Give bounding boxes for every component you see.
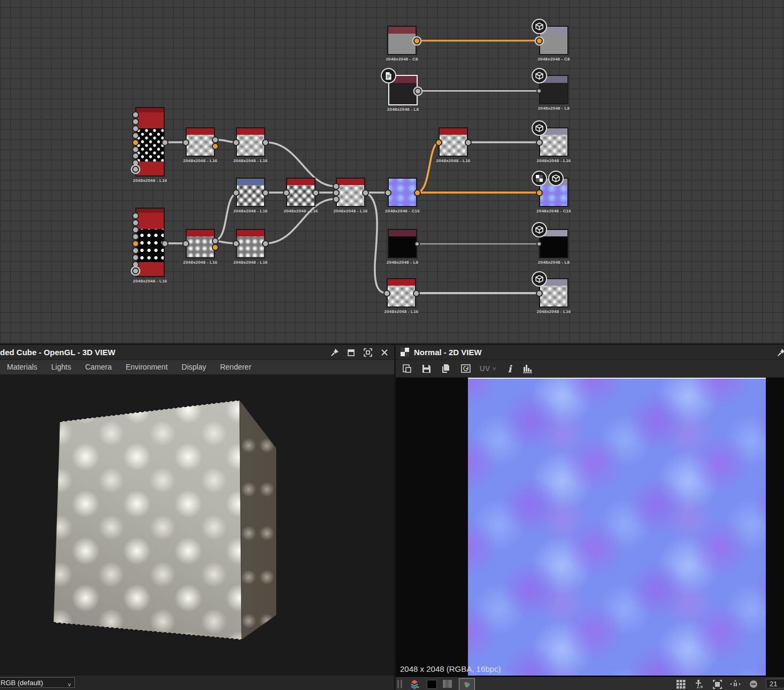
node-port[interactable] — [414, 88, 421, 95]
zoom-out-icon[interactable] — [747, 678, 760, 690]
graph-node-out-l8[interactable] — [539, 75, 568, 104]
node-port[interactable] — [132, 261, 139, 268]
node-port[interactable] — [132, 247, 139, 254]
node-port[interactable] — [212, 136, 219, 143]
menu-item-renderer[interactable]: Renderer — [213, 360, 258, 371]
node-port[interactable] — [362, 189, 369, 196]
node-port[interactable] — [132, 118, 139, 125]
node-port[interactable] — [182, 139, 189, 146]
graph-node-grid2[interactable] — [236, 229, 265, 258]
histogram-icon[interactable] — [521, 362, 535, 375]
node-port[interactable] — [132, 166, 139, 173]
reload-image-icon[interactable] — [459, 362, 473, 375]
node-port[interactable] — [536, 37, 543, 44]
graph-node-out-c16[interactable] — [539, 178, 568, 207]
menu-item-lights[interactable]: Lights — [44, 360, 78, 371]
graph-node-out-l16b[interactable] — [539, 278, 568, 308]
node-port[interactable] — [333, 196, 340, 203]
fit-view-icon[interactable] — [710, 678, 724, 690]
node-port[interactable] — [435, 139, 442, 146]
menu-item-camera[interactable]: Camera — [78, 360, 119, 371]
rgb-filter-icon[interactable] — [459, 678, 475, 690]
layers-stack-icon[interactable] — [408, 678, 421, 690]
node-port[interactable] — [333, 183, 340, 190]
graph-node-out-l16a[interactable] — [539, 127, 568, 157]
menu-item-materials[interactable]: Materials — [0, 360, 44, 371]
node-port[interactable] — [212, 244, 219, 251]
node-port[interactable] — [233, 189, 240, 196]
node-port[interactable] — [132, 233, 139, 240]
node-port[interactable] — [132, 267, 139, 274]
node-port[interactable] — [414, 189, 421, 196]
node-port[interactable] — [233, 139, 240, 146]
node-port[interactable] — [132, 240, 139, 247]
panel-grip[interactable] — [397, 680, 399, 688]
2d-viewport[interactable]: 2048 x 2048 (RGBA, 16bpc) — [396, 378, 784, 677]
node-port[interactable] — [262, 240, 269, 247]
channels-columns-icon[interactable] — [443, 680, 452, 688]
copy-icon[interactable] — [439, 362, 452, 375]
node-port[interactable] — [262, 139, 269, 146]
close-icon[interactable] — [379, 347, 390, 358]
node-port[interactable] — [162, 240, 168, 247]
graph-node-normal[interactable] — [388, 178, 417, 207]
node-graph-canvas[interactable]: 2048x2048 - C82048x2048 - C82048x2048 - … — [0, 0, 784, 343]
node-port[interactable] — [283, 189, 290, 196]
node-port[interactable] — [413, 290, 420, 297]
graph-node-tall1[interactable] — [135, 107, 165, 177]
2d-view-titlebar[interactable]: Normal - 2D VIEW — [396, 345, 784, 360]
node-port[interactable] — [333, 189, 340, 196]
pin-icon[interactable] — [329, 347, 341, 358]
node-port[interactable] — [383, 290, 390, 297]
node-port[interactable] — [536, 189, 543, 196]
horizontal-splitter[interactable] — [0, 343, 784, 345]
node-port[interactable] — [312, 189, 319, 196]
node-port[interactable] — [132, 219, 139, 226]
info-icon[interactable]: i — [503, 362, 517, 375]
node-port[interactable] — [132, 226, 139, 233]
graph-node-src-l8[interactable] — [388, 75, 418, 105]
panel-grip[interactable] — [401, 680, 402, 688]
3d-view-titlebar[interactable]: ded Cube - OpenGL - 3D VIEW — [0, 345, 394, 360]
node-port[interactable] — [132, 139, 139, 146]
new-view-icon[interactable] — [400, 362, 414, 375]
mannequin-icon[interactable] — [692, 678, 706, 690]
uv-dropdown[interactable]: UV ˅ — [477, 362, 498, 375]
graph-node-hex1[interactable] — [186, 127, 215, 157]
graph-node-src-c8[interactable] — [387, 26, 417, 55]
node-port[interactable] — [413, 37, 420, 44]
graph-node-dia1[interactable] — [236, 178, 265, 207]
graph-node-grid1[interactable] — [186, 229, 215, 258]
node-port[interactable] — [132, 159, 139, 166]
node-port[interactable] — [132, 212, 139, 219]
node-port[interactable] — [536, 241, 542, 247]
node-port[interactable] — [132, 125, 139, 132]
graph-node-hex-b[interactable] — [387, 278, 416, 308]
menu-item-display[interactable]: Display — [175, 360, 213, 371]
node-port[interactable] — [536, 290, 543, 297]
zoom-1-1-icon[interactable] — [728, 678, 742, 690]
node-port[interactable] — [414, 241, 420, 247]
grid-toggle-icon[interactable] — [674, 678, 688, 690]
save-icon[interactable] — [419, 362, 433, 375]
zoom-value-field[interactable]: 21 — [766, 679, 784, 688]
node-port[interactable] — [182, 240, 189, 247]
graph-node-out-l8b[interactable] — [539, 229, 568, 258]
node-port[interactable] — [132, 152, 139, 159]
graph-node-dia2[interactable] — [286, 178, 316, 207]
node-port[interactable] — [536, 139, 543, 146]
vertical-splitter[interactable] — [394, 345, 396, 690]
graph-node-black[interactable] — [388, 229, 417, 258]
channel-select-dropdown[interactable]: RGB (default) ˅ — [0, 677, 75, 688]
node-port[interactable] — [385, 189, 391, 196]
graph-node-blend[interactable] — [336, 178, 365, 207]
node-port[interactable] — [536, 88, 542, 94]
node-port[interactable] — [262, 189, 269, 196]
menu-item-environment[interactable]: Environment — [119, 360, 175, 371]
node-port[interactable] — [212, 143, 219, 150]
node-port[interactable] — [465, 139, 472, 146]
graph-node-tall2[interactable] — [135, 208, 165, 277]
node-port[interactable] — [132, 111, 139, 118]
3d-viewport[interactable] — [0, 374, 394, 676]
graph-node-hex2[interactable] — [236, 127, 265, 157]
